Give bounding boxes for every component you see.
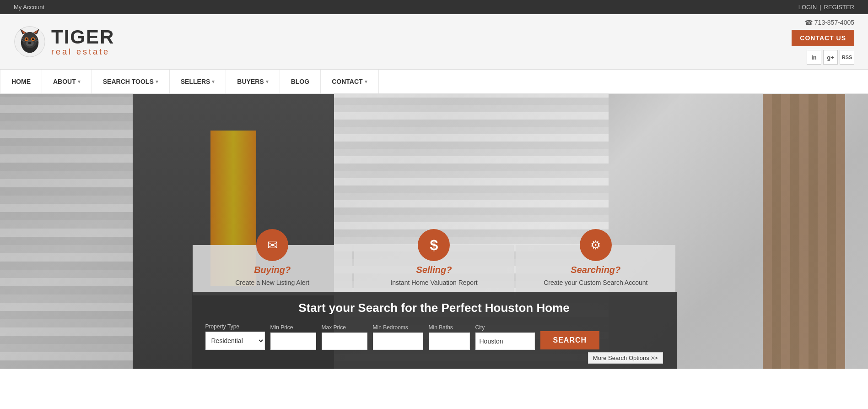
search-section: Start your Search for the Perfect Housto… <box>192 292 677 369</box>
rss-icon[interactable]: RSS <box>840 50 854 65</box>
nav-label-about: ABOUT <box>53 78 76 85</box>
svg-point-12 <box>28 42 32 44</box>
feature-box-buying[interactable]: ✉ Buying? Create a New Listing Alert <box>193 245 352 295</box>
register-link[interactable]: REGISTER <box>824 4 854 11</box>
nav-item-sellers[interactable]: SELLERS ▾ <box>170 70 226 93</box>
feature-box-searching[interactable]: ⚙ Searching? Create your Custom Search A… <box>516 245 675 295</box>
phone-icon: ☎ <box>805 19 813 26</box>
min-bedrooms-label: Min Bedrooms <box>373 324 423 331</box>
min-baths-input[interactable] <box>429 333 470 350</box>
min-price-field: Min Price <box>270 324 316 350</box>
searching-desc: Create your Custom Search Account <box>544 279 647 286</box>
google-plus-icon[interactable]: g+ <box>823 50 838 65</box>
nav-item-about[interactable]: ABOUT ▾ <box>42 70 92 93</box>
nav-arrow-sellers: ▾ <box>212 79 215 85</box>
logo-text: TIGER real estate <box>51 27 114 57</box>
property-type-field: Property Type Residential Commercial Lan… <box>205 323 265 350</box>
property-type-select[interactable]: Residential Commercial Land Multi-Family <box>205 332 265 350</box>
min-baths-field: Min Baths <box>429 324 470 350</box>
main-nav: HOME ABOUT ▾ SEARCH TOOLS ▾ SELLERS ▾ BU… <box>0 69 868 94</box>
buying-title: Buying? <box>254 265 291 275</box>
nav-item-blog[interactable]: BLOG <box>280 70 321 93</box>
login-link[interactable]: LOGIN <box>798 4 817 11</box>
search-button[interactable]: SEARCH <box>540 331 600 349</box>
searching-title: Searching? <box>571 265 620 275</box>
social-icons: in g+ RSS <box>807 50 854 65</box>
svg-point-10 <box>32 38 34 40</box>
nav-label-buyers: BUYERS <box>237 78 264 85</box>
separator: | <box>819 4 821 11</box>
wood-panel-right <box>763 94 845 369</box>
min-bedrooms-field: Min Bedrooms <box>373 324 423 350</box>
nav-item-home[interactable]: HOME <box>0 70 42 93</box>
hero-section: ✉ Buying? Create a New Listing Alert $ S… <box>0 94 868 369</box>
login-register-area: LOGIN | REGISTER <box>798 4 854 11</box>
phone-number: ☎ 713-857-4005 <box>805 19 854 26</box>
nav-item-contact[interactable]: CONTACT ▾ <box>321 70 378 93</box>
svg-point-9 <box>26 38 27 40</box>
contact-us-button[interactable]: CONTACT US <box>792 30 854 46</box>
nav-arrow-contact: ▾ <box>365 79 367 85</box>
selling-title: Selling? <box>416 265 452 275</box>
more-search-options: More Search Options >> <box>205 354 663 361</box>
min-price-input[interactable] <box>270 333 316 350</box>
min-bedrooms-input[interactable] <box>373 333 423 350</box>
selling-desc: Instant Home Valuation Report <box>390 279 477 286</box>
city-input[interactable] <box>475 333 535 350</box>
nav-label-blog: BLOG <box>291 78 309 85</box>
logo-tiger-word: TIGER <box>51 27 114 48</box>
nav-label-contact: CONTACT <box>332 78 362 85</box>
property-type-label: Property Type <box>205 323 265 330</box>
buying-desc: Create a New Listing Alert <box>235 279 309 286</box>
nav-item-search-tools[interactable]: SEARCH TOOLS ▾ <box>92 70 170 93</box>
city-field: City <box>475 324 535 350</box>
max-price-label: Max Price <box>322 324 367 331</box>
min-price-label: Min Price <box>270 324 316 331</box>
city-label: City <box>475 324 535 331</box>
max-price-field: Max Price <box>322 324 367 350</box>
my-account-link[interactable]: My Account <box>14 4 44 11</box>
nav-item-buyers[interactable]: BUYERS ▾ <box>226 70 280 93</box>
header-right: ☎ 713-857-4005 CONTACT US in g+ RSS <box>792 19 854 65</box>
nav-arrow-search-tools: ▾ <box>156 79 158 85</box>
feature-box-selling[interactable]: $ Selling? Instant Home Valuation Report <box>354 245 514 295</box>
nav-arrow-about: ▾ <box>78 79 81 85</box>
tiger-logo-icon <box>14 26 46 58</box>
header: TIGER real estate ☎ 713-857-4005 CONTACT… <box>0 14 868 69</box>
nav-label-sellers: SELLERS <box>181 78 210 85</box>
min-baths-label: Min Baths <box>429 324 470 331</box>
search-title: Start your Search for the Perfect Housto… <box>205 301 663 315</box>
phone-text: 713-857-4005 <box>814 19 854 26</box>
nav-label-search-tools: SEARCH TOOLS <box>103 78 154 85</box>
search-fields: Property Type Residential Commercial Lan… <box>205 323 663 350</box>
buying-icon-circle: ✉ <box>256 229 288 261</box>
nav-arrow-buyers: ▾ <box>266 79 269 85</box>
feature-boxes: ✉ Buying? Create a New Listing Alert $ S… <box>192 245 677 295</box>
logo-area: TIGER real estate <box>14 26 114 58</box>
stone-wall-left <box>0 94 133 369</box>
more-search-link[interactable]: More Search Options >> <box>588 352 663 364</box>
top-bar: My Account LOGIN | REGISTER <box>0 0 868 14</box>
nav-label-home: HOME <box>11 78 31 85</box>
logo-sub-word: real estate <box>51 48 114 57</box>
searching-icon-circle: ⚙ <box>580 229 612 261</box>
selling-icon-circle: $ <box>418 229 450 261</box>
linkedin-icon[interactable]: in <box>807 50 821 65</box>
max-price-input[interactable] <box>322 333 367 350</box>
